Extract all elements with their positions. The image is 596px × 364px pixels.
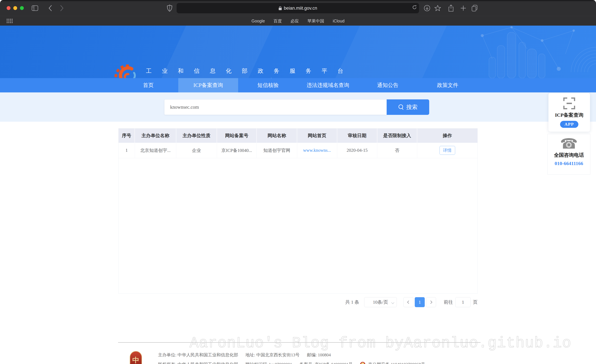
city-wireframe-decoration xyxy=(472,26,596,78)
gongan-filing-link[interactable]: 京公网安备 11040102700068号 xyxy=(368,362,425,364)
page-number-current[interactable]: 1 xyxy=(415,297,425,307)
next-page-button[interactable] xyxy=(426,297,436,307)
nav-item-notices[interactable]: 通知公告 xyxy=(358,78,418,92)
hotline-title: 全国咨询电话 xyxy=(548,152,590,159)
address-bar[interactable]: beian.miit.gov.cn xyxy=(177,3,419,13)
bookmark-baidu[interactable]: 百度 xyxy=(274,18,282,24)
search-section: 搜索 xyxy=(0,92,596,122)
shield-extension-icon[interactable] xyxy=(166,4,174,12)
results-card: 序号 主办单位名称 主办单位性质 网站备案号 网站名称 网站首页 审核日期 是否… xyxy=(119,128,477,293)
minimize-window-button[interactable] xyxy=(13,6,17,10)
goto-label: 前往 xyxy=(444,299,453,305)
cell-organizer-nature: 企业 xyxy=(176,143,217,158)
search-button[interactable]: 搜索 xyxy=(387,99,429,115)
table-header-row: 序号 主办单位名称 主办单位性质 网站备案号 网站名称 网站首页 审核日期 是否… xyxy=(119,129,477,143)
header-tagline: 工业和信息化部政务服务平台 xyxy=(146,67,354,75)
app-badge: APP xyxy=(560,121,578,128)
detail-button[interactable]: 详情 xyxy=(440,146,455,155)
bookmarks-bar: Google 百度 必应 苹果中国 iCloud xyxy=(0,16,596,26)
footer-divider xyxy=(118,342,481,343)
prev-page-button[interactable] xyxy=(403,297,413,307)
col-actions: 操作 xyxy=(417,129,477,143)
browser-chrome: beian.miit.gov.cn xyxy=(0,0,596,26)
col-site-name: 网站名称 xyxy=(257,129,297,143)
chevron-right-icon xyxy=(429,300,432,304)
footer-line-2: 版权所有: 中华人民共和国工业和信息化部 网站标识码: bm07000001 备… xyxy=(158,362,425,364)
goto-page-input[interactable] xyxy=(455,297,471,307)
site-title: ICP/IP地址/域名信息备案管理系统 xyxy=(145,76,325,78)
col-access-restricted: 是否限制接入 xyxy=(377,129,417,143)
bookmark-google[interactable]: Google xyxy=(252,19,265,23)
window-controls xyxy=(7,6,24,10)
cell-access-restricted: 否 xyxy=(377,143,417,158)
sidebar-toggle-icon[interactable] xyxy=(31,4,39,12)
miit-emblem-logo: 中 xyxy=(130,351,142,364)
search-icon xyxy=(398,104,404,110)
chevron-left-icon xyxy=(407,300,410,304)
browser-toolbar: beian.miit.gov.cn xyxy=(0,1,596,16)
page-unit-label: 页 xyxy=(473,299,477,305)
hotline-card: ☎ 全国咨询电话 010-66411166 xyxy=(547,134,590,175)
hotline-number[interactable]: 010-66411166 xyxy=(548,160,590,166)
main-nav: 首页 ICP备案查询 短信核验 违法违规域名查询 通知公告 政策文件 xyxy=(0,78,596,92)
page-footer: 中 主办单位: 中华人民共和国工业和信息化部 地址: 中国北京西长安街13号 邮… xyxy=(0,348,596,364)
col-audit-date: 审核日期 xyxy=(337,129,377,143)
site-header: 工业和信息化部政务服务平台 ICP/IP地址/域名信息备案管理系统 xyxy=(0,26,596,78)
total-count: 共 1 条 xyxy=(345,299,359,305)
public-security-badge-icon xyxy=(360,362,365,364)
reload-icon[interactable] xyxy=(412,5,417,11)
table-row: 1 北京知道创宇... 企业 京ICP备10040... 知道创宇官网 www.… xyxy=(119,143,477,158)
homepage-link[interactable]: www.knowns... xyxy=(303,148,331,153)
bookmark-icloud[interactable]: iCloud xyxy=(333,19,344,23)
tab-overview-icon[interactable] xyxy=(471,4,479,12)
chevron-down-icon xyxy=(391,301,394,304)
window-edge xyxy=(0,0,596,1)
cell-organizer-name: 北京知道创宇... xyxy=(135,143,176,158)
cell-license-number: 京ICP备10040... xyxy=(217,143,257,158)
col-index: 序号 xyxy=(119,129,135,143)
back-button[interactable] xyxy=(46,4,54,12)
downloads-icon[interactable] xyxy=(423,4,431,12)
page-size-select[interactable]: 10条/页 xyxy=(364,297,397,307)
close-window-button[interactable] xyxy=(7,6,10,10)
app-card-title: ICP备案查询 xyxy=(548,112,590,118)
pagination: 共 1 条 10条/页 1 前往 页 xyxy=(119,297,477,307)
nav-item-illegal-domains[interactable]: 违法违规域名查询 xyxy=(298,78,358,92)
col-license-number: 网站备案号 xyxy=(217,129,257,143)
url-text: beian.miit.gov.cn xyxy=(284,6,317,11)
nav-item-sms-verify[interactable]: 短信核验 xyxy=(238,78,298,92)
icp-app-card[interactable]: ICP备案查询 APP xyxy=(548,93,590,132)
phone-icon: ☎ xyxy=(548,137,590,151)
cell-index: 1 xyxy=(119,143,135,158)
domain-search-input[interactable] xyxy=(164,99,387,115)
col-organizer-name: 主办单位名称 xyxy=(135,129,176,143)
safari-window: beian.miit.gov.cn xyxy=(0,0,596,364)
zoom-window-button[interactable] xyxy=(20,6,24,10)
miit-gear-logo xyxy=(114,65,140,78)
bookmarks-star-icon[interactable] xyxy=(434,4,442,12)
bookmark-apple-china[interactable]: 苹果中国 xyxy=(307,18,324,24)
forward-button[interactable] xyxy=(58,4,66,12)
cell-site-name: 知道创宇官网 xyxy=(257,143,297,158)
lock-icon xyxy=(279,6,282,10)
qr-scan-icon xyxy=(563,97,575,109)
bookmark-bing[interactable]: 必应 xyxy=(291,18,299,24)
cell-audit-date: 2020-04-15 xyxy=(337,143,377,158)
col-organizer-nature: 主办单位性质 xyxy=(176,129,217,143)
footer-line-1: 主办单位: 中华人民共和国工业和信息化部 地址: 中国北京西长安街13号 邮编:… xyxy=(158,352,425,358)
nav-item-home[interactable]: 首页 xyxy=(119,78,178,92)
new-tab-icon[interactable] xyxy=(459,4,467,12)
share-icon[interactable] xyxy=(447,4,455,12)
col-homepage: 网站首页 xyxy=(297,129,337,143)
nav-item-policies[interactable]: 政策文件 xyxy=(418,78,477,92)
nav-item-icp-query[interactable]: ICP备案查询 xyxy=(178,78,238,92)
results-table: 序号 主办单位名称 主办单位性质 网站备案号 网站名称 网站首页 审核日期 是否… xyxy=(119,129,477,158)
